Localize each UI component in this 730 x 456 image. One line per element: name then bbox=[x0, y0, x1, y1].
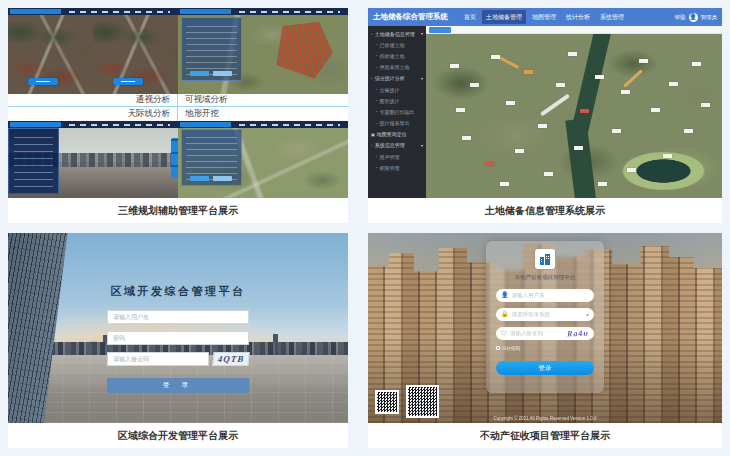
sidebar-item[interactable]: 用户管理 bbox=[368, 151, 426, 162]
parcel-label[interactable] bbox=[450, 64, 459, 68]
planning-view-viewshed bbox=[178, 8, 348, 94]
planning-view-terrain bbox=[178, 121, 348, 198]
skyline-tower bbox=[273, 334, 278, 355]
system-select-input[interactable] bbox=[512, 311, 583, 317]
analysis-button[interactable] bbox=[28, 78, 58, 85]
parcel-label[interactable] bbox=[524, 70, 533, 74]
parcel-label[interactable] bbox=[612, 129, 621, 133]
sidebar-item[interactable]: 土地储备信息管理 bbox=[368, 28, 426, 39]
captcha-image[interactable]: Ra4u bbox=[567, 328, 589, 338]
tool-panel[interactable] bbox=[181, 17, 242, 81]
sidebar-item[interactable]: 拟收储土地 bbox=[368, 50, 426, 61]
captcha-input[interactable] bbox=[510, 330, 564, 336]
map-container bbox=[426, 26, 722, 198]
parcel-label[interactable] bbox=[598, 182, 607, 186]
sidebar-item[interactable]: 权限管理 bbox=[368, 162, 426, 173]
side-toolbar[interactable] bbox=[171, 138, 178, 178]
parcel-label[interactable] bbox=[595, 75, 604, 79]
analysis-label: 可视域分析 bbox=[178, 94, 348, 107]
remember-row: 记住密码 bbox=[496, 346, 594, 351]
parcel-label[interactable] bbox=[663, 154, 672, 158]
app-header: 土地储备综合管理系统 首页土地储备管理地图管理统计分析系统管理 帮助 👤 管理员 bbox=[368, 8, 722, 26]
planning-top-row bbox=[8, 8, 348, 94]
username-input[interactable] bbox=[107, 310, 249, 324]
captcha-image[interactable]: 4QTB bbox=[212, 352, 249, 366]
user-icon: 👤 bbox=[501, 292, 509, 298]
parcel-label[interactable] bbox=[491, 55, 500, 59]
mini-app-header bbox=[178, 8, 348, 15]
sidebar-item[interactable]: 地图查询定位 bbox=[368, 129, 426, 140]
help-link[interactable]: 帮助 bbox=[675, 14, 686, 21]
login-card: 不动产征收项目管理平台 👤 🔒 ▾ 🛡 Ra4u 记住密码 bbox=[486, 241, 604, 393]
parcel-label[interactable] bbox=[556, 83, 565, 87]
captcha-row: 4QTB bbox=[107, 352, 249, 373]
nav-item[interactable]: 土地储备管理 bbox=[482, 10, 526, 24]
logo-building-icon bbox=[535, 249, 555, 269]
sidebar-item[interactable]: 专题图打印输出 bbox=[368, 106, 426, 117]
satellite-map[interactable] bbox=[426, 34, 722, 198]
mini-app-header bbox=[8, 121, 178, 128]
parcel-label[interactable] bbox=[544, 172, 553, 176]
parcel-label[interactable] bbox=[574, 146, 583, 150]
parcel-label[interactable] bbox=[639, 59, 648, 63]
planning-view-skyline bbox=[8, 121, 178, 198]
login-form: 区域开发综合管理平台 4QTB 登 录 bbox=[107, 284, 249, 393]
login-button[interactable]: 登录 bbox=[496, 361, 594, 375]
nav-item[interactable]: 首页 bbox=[460, 10, 480, 24]
card-regional: 区域开发综合管理平台 4QTB 登 录 区域综合开发管理平台展示 bbox=[8, 233, 348, 448]
parcel-label[interactable] bbox=[692, 62, 701, 66]
sidebar-item[interactable]: 已收储土地 bbox=[368, 39, 426, 50]
parcel-label[interactable] bbox=[627, 168, 636, 172]
tool-panel[interactable] bbox=[181, 129, 242, 186]
analysis-button[interactable] bbox=[113, 78, 143, 85]
planning-view-compare bbox=[8, 8, 178, 94]
parcel-label[interactable] bbox=[684, 129, 693, 133]
qr-code bbox=[406, 385, 439, 418]
sidebar-item[interactable]: 台账统计 bbox=[368, 84, 426, 95]
chevron-down-icon[interactable]: ▾ bbox=[586, 311, 589, 318]
copyright-text: Copyright © 2021 All Rights Reserved Ver… bbox=[368, 416, 722, 421]
parcel-label[interactable] bbox=[580, 109, 589, 113]
parcel-label[interactable] bbox=[669, 82, 678, 86]
sidebar-item[interactable]: 系统信息管理 bbox=[368, 140, 426, 151]
remember-label: 记住密码 bbox=[502, 346, 520, 351]
nav-item[interactable]: 系统管理 bbox=[596, 10, 628, 24]
tool-panel[interactable] bbox=[8, 128, 59, 194]
parcel-label[interactable] bbox=[470, 83, 479, 87]
parcel-label[interactable] bbox=[506, 101, 515, 105]
parcel-label[interactable] bbox=[485, 162, 494, 166]
captcha-input[interactable] bbox=[107, 352, 209, 366]
nav-item[interactable]: 地图管理 bbox=[528, 10, 560, 24]
layer-tool-badge[interactable] bbox=[429, 27, 451, 33]
parcel-label[interactable] bbox=[568, 52, 577, 56]
sidebar-menu: 土地储备信息管理已收储土地拟收储土地供而未用土地综合统计分析台账统计图形统计专题… bbox=[368, 26, 426, 198]
username-input[interactable] bbox=[512, 292, 590, 298]
parcel-label[interactable] bbox=[456, 108, 465, 112]
parcel-label[interactable] bbox=[621, 90, 630, 94]
remember-checkbox[interactable] bbox=[496, 346, 500, 350]
parcel-label[interactable] bbox=[701, 103, 710, 107]
map-toolbar bbox=[426, 26, 722, 34]
parcel-label[interactable] bbox=[462, 136, 471, 140]
nav-item[interactable]: 统计分析 bbox=[562, 10, 594, 24]
system-select-field: 🔒 ▾ bbox=[496, 308, 594, 321]
sidebar-item[interactable]: 综合统计分析 bbox=[368, 73, 426, 84]
password-input[interactable] bbox=[107, 331, 249, 345]
sidebar-item[interactable]: 图形统计 bbox=[368, 95, 426, 106]
planning-screenshot: 通视分析 可视域分析 天际线分析 地形开挖 bbox=[8, 8, 348, 198]
sidebar-item[interactable]: 统计报表导出 bbox=[368, 118, 426, 129]
parcel-label[interactable] bbox=[515, 149, 524, 153]
qr-code bbox=[375, 390, 399, 414]
sidebar-item[interactable]: 供而未用土地 bbox=[368, 62, 426, 73]
road-overlay bbox=[623, 69, 643, 87]
avatar[interactable]: 👤 bbox=[689, 13, 698, 22]
parcel-label[interactable] bbox=[651, 108, 660, 112]
lock-icon: 🔒 bbox=[501, 311, 509, 317]
parcel-label[interactable] bbox=[500, 182, 509, 186]
road-overlay bbox=[540, 93, 570, 116]
platform-title: 区域开发综合管理平台 bbox=[107, 284, 249, 299]
screenshot-grid: 通视分析 可视域分析 天际线分析 地形开挖 三维规划辅助管理平台展 bbox=[0, 0, 730, 456]
login-button[interactable]: 登 录 bbox=[107, 378, 249, 393]
parcel-label[interactable] bbox=[538, 124, 547, 128]
shield-icon: 🛡 bbox=[501, 330, 507, 336]
